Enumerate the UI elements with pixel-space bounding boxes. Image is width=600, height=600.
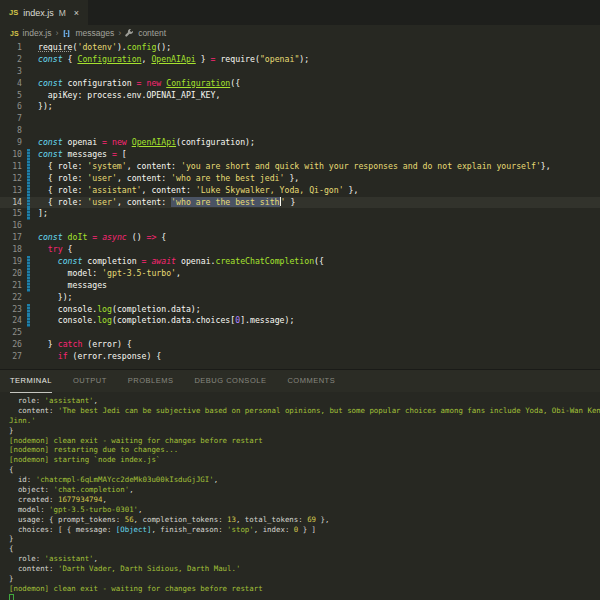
terminal-line: } (9, 534, 600, 544)
terminal-line: id: 'chatcmpl-6qLmMAYcc2deMk03u00kIsduGj… (9, 475, 600, 485)
code-text: { role: 'system', content: 'you are shor… (38, 161, 551, 173)
code-line-5[interactable]: 5 apiKey: process.env.OPENAI_API_KEY, (0, 90, 600, 102)
panel-tab-problems[interactable]: PROBLEMS (128, 370, 174, 393)
gutter (27, 292, 30, 304)
code-line-17[interactable]: 17const doIt = async () => { (0, 232, 600, 244)
tab-index-js[interactable]: JS index.js M × (0, 0, 88, 25)
terminal-output[interactable]: role: 'assistant', content: 'The best Je… (0, 392, 600, 600)
code-line-9[interactable]: 9const openai = new OpenAIApi(configurat… (0, 137, 600, 149)
terminal-line: role: 'assistant', (9, 554, 600, 564)
panel-tab-comments[interactable]: COMMENTS (287, 370, 335, 393)
code-line-19[interactable]: 19 const completion = await openai.creat… (0, 256, 600, 268)
close-icon[interactable]: × (74, 8, 79, 18)
line-number: 6 (0, 101, 22, 113)
editor-tab-bar: JS index.js M × (0, 0, 600, 25)
tab-filename: index.js (23, 8, 54, 18)
code-line-23[interactable]: 23 console.log(completion.data); (0, 304, 600, 316)
line-number: 11 (0, 161, 22, 173)
code-line-18[interactable]: 18 try { (0, 244, 600, 256)
gutter (27, 137, 30, 149)
code-editor[interactable]: 1require('dotenv').config();2const { Con… (0, 41, 600, 369)
line-number: 2 (0, 54, 22, 66)
terminal-line: Jinn.' (9, 416, 600, 426)
chevron-right-icon: › (118, 28, 121, 38)
git-modified-gutter (27, 173, 30, 185)
code-text: { role: 'user', content: 'who are the be… (38, 197, 295, 209)
code-text: require('dotenv').config(); (38, 42, 171, 54)
line-number: 23 (0, 304, 22, 316)
code-line-22[interactable]: 22 }); (0, 292, 600, 304)
gutter (27, 232, 30, 244)
code-line-4[interactable]: 4const configuration = new Configuration… (0, 78, 600, 90)
gutter (27, 66, 30, 78)
terminal-line: usage: { prompt_tokens: 56, completion_t… (9, 515, 600, 525)
terminal-line: } (9, 574, 600, 584)
code-text: const completion = await openai.createCh… (38, 256, 324, 268)
code-line-26[interactable]: 26 } catch (error) { (0, 339, 600, 351)
code-line-20[interactable]: 20 model: 'gpt-3.5-turbo', (0, 268, 600, 280)
line-number: 1 (0, 42, 22, 54)
code-text: }); (38, 292, 73, 304)
git-modified-gutter (27, 208, 30, 220)
git-modified-gutter (27, 185, 30, 197)
terminal-line: content: 'The best Jedi can be subjectiv… (9, 406, 600, 416)
git-modified-gutter (27, 304, 30, 316)
code-line-8[interactable]: 8 (0, 125, 600, 137)
code-line-6[interactable]: 6}); (0, 101, 600, 113)
gutter (27, 113, 30, 125)
gutter (27, 220, 30, 232)
code-line-2[interactable]: 2const { Configuration, OpenAIApi } = re… (0, 54, 600, 66)
line-number: 9 (0, 137, 22, 149)
line-number: 19 (0, 256, 22, 268)
code-line-7[interactable]: 7 (0, 113, 600, 125)
code-text: const { Configuration, OpenAIApi } = req… (38, 54, 309, 66)
code-line-10[interactable]: 10const messages = [ (0, 149, 600, 161)
code-line-12[interactable]: 12 { role: 'user', content: 'who are the… (0, 173, 600, 185)
code-line-3[interactable]: 3 (0, 66, 600, 78)
panel-tab-bar: TERMINALOUTPUTPROBLEMSDEBUG CONSOLECOMME… (0, 369, 600, 392)
breadcrumb-file[interactable]: index.js (23, 28, 52, 38)
code-line-16[interactable]: 16 (0, 220, 600, 232)
line-number: 16 (0, 220, 22, 232)
git-modified-gutter (27, 256, 30, 268)
code-line-27[interactable]: 27 if (error.response) { (0, 351, 600, 363)
git-modified-gutter (27, 197, 30, 209)
breadcrumb-symbol[interactable]: messages (75, 28, 114, 38)
code-text: apiKey: process.env.OPENAI_API_KEY, (38, 90, 220, 102)
code-text: model: 'gpt-3.5-turbo', (38, 268, 181, 280)
code-text: console.log(completion.data.choices[0].m… (38, 315, 294, 327)
code-line-14[interactable]: 14 { role: 'user', content: 'who are the… (0, 197, 600, 209)
panel-tab-debug-console[interactable]: DEBUG CONSOLE (194, 370, 266, 393)
terminal-line: choices: [ { message: [Object], finish_r… (9, 525, 600, 535)
javascript-file-icon: JS (10, 30, 19, 37)
terminal-line: created: 1677934794, (9, 495, 600, 505)
code-text: { role: 'user', content: 'who are the be… (38, 173, 299, 185)
git-modified-gutter (27, 315, 30, 327)
breadcrumb-property[interactable]: content (138, 28, 166, 38)
panel-tab-output[interactable]: OUTPUT (73, 370, 107, 393)
line-number: 27 (0, 351, 22, 363)
line-number: 21 (0, 280, 22, 292)
line-number: 25 (0, 327, 22, 339)
terminal-line: } (9, 426, 600, 436)
gutter (27, 101, 30, 113)
terminal-line: model: 'gpt-3.5-turbo-0301', (9, 505, 600, 515)
code-line-25[interactable]: 25 (0, 327, 600, 339)
code-line-21[interactable]: 21 messages (0, 280, 600, 292)
gutter (27, 90, 30, 102)
code-line-13[interactable]: 13 { role: 'assistant', content: 'Luke S… (0, 185, 600, 197)
code-text: const configuration = new Configuration(… (38, 78, 240, 90)
terminal-line (9, 594, 600, 600)
git-modified-gutter (27, 149, 30, 161)
code-text: messages (38, 280, 107, 292)
code-text: { role: 'assistant', content: 'Luke Skyw… (38, 185, 358, 197)
panel-tab-terminal[interactable]: TERMINAL (10, 370, 52, 393)
code-line-24[interactable]: 24 console.log(completion.data.choices[0… (0, 315, 600, 327)
line-number: 7 (0, 113, 22, 125)
gutter (27, 42, 30, 54)
code-line-15[interactable]: 15]; (0, 208, 600, 220)
code-line-1[interactable]: 1require('dotenv').config(); (0, 42, 600, 54)
terminal-line: content: 'Darth Vader, Darth Sidious, Da… (9, 564, 600, 574)
code-line-11[interactable]: 11 { role: 'system', content: 'you are s… (0, 161, 600, 173)
line-number: 10 (0, 149, 22, 161)
